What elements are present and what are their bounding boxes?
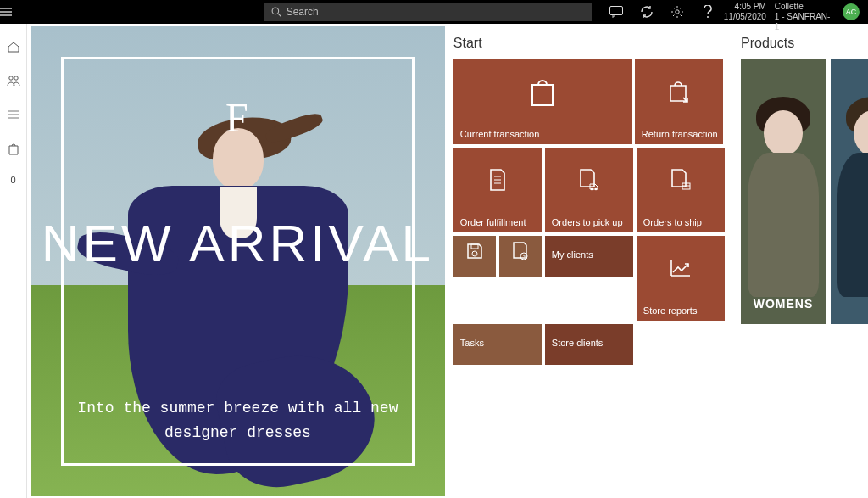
svg-point-0 bbox=[272, 8, 279, 14]
return-bag-icon bbox=[668, 79, 690, 104]
svg-point-5 bbox=[8, 76, 12, 80]
start-section: Start Current transaction Return transac… bbox=[453, 24, 732, 498]
document-icon bbox=[488, 169, 507, 191]
save-icon bbox=[466, 243, 483, 260]
bag-icon[interactable] bbox=[6, 141, 21, 156]
tile-order-fulfillment[interactable]: Order fulfillment bbox=[453, 148, 542, 232]
tile-small-save[interactable] bbox=[453, 236, 496, 277]
refresh-icon[interactable] bbox=[639, 4, 654, 20]
svg-point-3 bbox=[676, 10, 679, 14]
products-section: Products WOMENS M bbox=[741, 24, 868, 498]
user-name: Andrew Collette bbox=[775, 0, 834, 12]
product-card-label: WOMENS bbox=[741, 297, 826, 311]
tile-label: Return transaction bbox=[642, 129, 718, 139]
tile-label: My clients bbox=[552, 249, 593, 260]
search-placeholder: Search bbox=[287, 6, 319, 18]
svg-point-8 bbox=[595, 188, 598, 191]
settings-gear-icon[interactable] bbox=[670, 4, 685, 20]
document-box-icon bbox=[670, 169, 692, 191]
left-nav-rail: 0 bbox=[0, 24, 27, 498]
help-icon[interactable] bbox=[700, 4, 715, 20]
svg-point-6 bbox=[14, 76, 17, 80]
tile-label: Order fulfillment bbox=[460, 217, 526, 227]
product-card-label: M bbox=[831, 297, 868, 311]
hero-subtitle: Into the summer breeze with all new desi… bbox=[72, 396, 403, 445]
hero-banner[interactable]: F NEW ARRIVAL Into the summer breeze wit… bbox=[31, 26, 445, 496]
avatar-initials: AC bbox=[846, 8, 857, 16]
tile-small-schedule[interactable] bbox=[499, 236, 542, 277]
tile-return-transaction[interactable]: Return transaction bbox=[635, 59, 723, 144]
tile-store-clients[interactable]: Store clients bbox=[545, 324, 633, 365]
start-heading: Start bbox=[453, 36, 732, 51]
chart-up-icon bbox=[670, 259, 692, 277]
product-card-next[interactable]: M bbox=[831, 59, 868, 324]
hamburger-menu-icon[interactable] bbox=[0, 8, 27, 16]
product-card-womens[interactable]: WOMENS bbox=[741, 59, 826, 324]
clock-date: 11/05/2020 bbox=[724, 12, 766, 22]
avatar[interactable]: AC bbox=[843, 3, 860, 20]
shopping-bag-icon bbox=[529, 76, 556, 107]
doc-clock-icon bbox=[512, 242, 529, 260]
tile-current-transaction[interactable]: Current transaction bbox=[453, 59, 632, 144]
svg-line-1 bbox=[278, 14, 281, 16]
tile-label: Orders to pick up bbox=[552, 217, 623, 227]
tile-tasks[interactable]: Tasks bbox=[453, 324, 542, 365]
tile-orders-to-ship[interactable]: Orders to ship bbox=[637, 148, 725, 232]
top-bar: Search 4:05 PM 11/05/2020 Andrew Collett… bbox=[0, 0, 868, 24]
document-truck-icon bbox=[578, 169, 600, 191]
tile-my-clients[interactable]: My clients bbox=[545, 236, 633, 277]
datetime-block: 4:05 PM 11/05/2020 bbox=[724, 2, 766, 22]
tile-store-reports[interactable]: Store reports bbox=[637, 236, 725, 321]
hero-logo: F bbox=[225, 94, 250, 141]
search-input[interactable]: Search bbox=[264, 3, 592, 21]
tile-label: Store reports bbox=[643, 305, 698, 316]
list-icon[interactable] bbox=[6, 107, 21, 122]
nav-count-badge: 0 bbox=[10, 175, 15, 185]
search-icon bbox=[271, 7, 281, 17]
clock-time: 4:05 PM bbox=[724, 2, 766, 12]
tile-label: Orders to ship bbox=[643, 217, 702, 227]
tile-label: Current transaction bbox=[460, 129, 540, 139]
tile-label: Tasks bbox=[460, 338, 484, 348]
svg-point-7 bbox=[591, 188, 593, 191]
svg-point-4 bbox=[707, 16, 709, 18]
hero-title: NEW ARRIVAL bbox=[42, 213, 434, 273]
tile-label: Store clients bbox=[552, 338, 604, 348]
svg-point-11 bbox=[472, 251, 477, 256]
home-icon[interactable] bbox=[6, 39, 21, 54]
customers-icon[interactable] bbox=[6, 73, 21, 88]
products-heading: Products bbox=[741, 36, 868, 51]
tile-orders-to-pick-up[interactable]: Orders to pick up bbox=[545, 148, 633, 232]
messages-icon[interactable] bbox=[609, 4, 624, 20]
svg-rect-2 bbox=[609, 7, 622, 15]
